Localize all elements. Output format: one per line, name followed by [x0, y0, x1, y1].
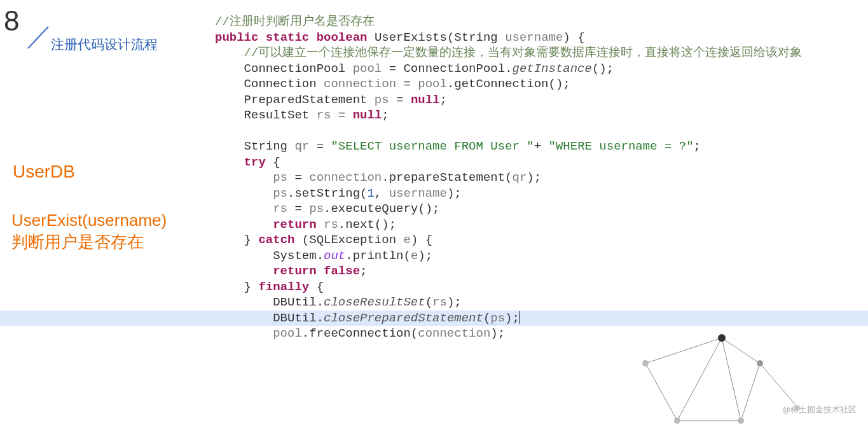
code-var: ps	[375, 93, 389, 107]
code-var: pool	[273, 326, 302, 340]
highlighted-line: DBUtil.closePreparedStatement(ps);	[0, 311, 868, 326]
code-text: .println(	[345, 249, 411, 263]
code-string: "SELECT username FROM User "	[331, 139, 534, 153]
code-text: (SQLException	[294, 233, 403, 247]
code-var: e	[411, 249, 418, 263]
code-text: =	[287, 202, 309, 216]
code-var: ps	[273, 186, 287, 200]
code-var: connection	[324, 77, 396, 91]
svg-point-12	[674, 417, 680, 424]
code-kw: try	[244, 155, 266, 169]
code-kw: public	[215, 31, 258, 45]
code-text: }	[244, 280, 259, 294]
code-text: .executeQuery();	[324, 202, 439, 216]
code-text: ;	[382, 108, 389, 122]
code-text: System.	[273, 249, 324, 263]
code-text: =	[396, 77, 418, 91]
code-text: (	[483, 311, 490, 325]
code-text: String	[244, 139, 295, 153]
code-var: rs	[324, 218, 338, 232]
code-text	[317, 218, 324, 232]
code-text: =	[287, 171, 309, 185]
text-cursor	[520, 311, 520, 324]
code-kw: static	[266, 31, 309, 45]
code-text: ;	[694, 139, 701, 153]
code-method: closePreparedStatement	[324, 311, 483, 325]
code-var: rs	[273, 202, 287, 216]
code-text: DBUtil.	[273, 311, 324, 325]
code-text: =	[389, 93, 411, 107]
code-text: ) {	[411, 233, 432, 247]
code-fn: UserExists	[375, 31, 447, 45]
code-text: );	[418, 249, 432, 263]
code-var: rs	[432, 295, 447, 309]
code-text: ;	[439, 93, 446, 107]
code-text: (String	[447, 31, 505, 45]
code-method: getInstance	[512, 62, 591, 76]
code-text: );	[505, 311, 520, 325]
code-text: .prepareStatement(	[382, 171, 512, 185]
code-var: ps	[309, 202, 324, 216]
code-text: = ConnectionPool.	[382, 62, 512, 76]
watermark: @稀土掘金技术社区	[782, 404, 857, 416]
code-text: {	[266, 155, 280, 169]
code-text: );	[490, 326, 505, 340]
code-text: DBUtil.	[273, 295, 324, 309]
code-text: (	[425, 295, 432, 309]
code-var: pool	[418, 77, 447, 91]
code-var: ps	[490, 311, 505, 325]
code-text: .freeConnection(	[302, 326, 418, 340]
code-text: =	[331, 108, 352, 122]
code-string: "WHERE username = ?"	[549, 139, 694, 153]
code-text: );	[447, 186, 462, 200]
label-userexist-line1: UserExist(username)	[11, 211, 167, 230]
code-text: .getConnection();	[447, 77, 570, 91]
label-userdb: UserDB	[13, 162, 75, 182]
code-text: .setString(	[287, 186, 367, 200]
code-text: Connection	[244, 77, 324, 91]
svg-line-0	[28, 27, 48, 48]
code-text: .next();	[338, 218, 396, 232]
svg-line-2	[645, 363, 677, 421]
code-var: qr	[294, 139, 309, 153]
code-text: {	[309, 280, 324, 294]
code-text: ,	[375, 186, 389, 200]
svg-line-5	[722, 338, 741, 421]
code-comment: //可以建立一个连接池保存一定数量的连接，当有对象需要数据库连接时，直接将这个连…	[244, 46, 803, 60]
title-slash-decor	[24, 24, 50, 50]
code-static: out	[324, 249, 345, 263]
code-var: rs	[317, 108, 331, 122]
slide-title: 注册代码设计流程	[51, 36, 158, 53]
code-var: connection	[418, 326, 490, 340]
svg-point-13	[738, 417, 744, 424]
code-var: qr	[513, 171, 527, 185]
code-text: ();	[592, 62, 614, 76]
code-text: ResultSet	[244, 108, 317, 122]
code-kw: null	[353, 108, 382, 122]
code-comment: //注册时判断用户名是否存在	[215, 15, 375, 29]
code-var: e	[403, 233, 410, 247]
code-kw: catch	[258, 233, 294, 247]
svg-line-7	[760, 363, 798, 408]
code-text: ) {	[563, 31, 584, 45]
code-kw: null	[411, 93, 440, 107]
code-text: );	[447, 295, 462, 309]
code-var: username	[505, 31, 563, 45]
code-var: connection	[309, 171, 382, 185]
code-kw: boolean	[317, 31, 368, 45]
svg-point-11	[757, 360, 763, 367]
svg-line-3	[722, 338, 760, 363]
svg-point-10	[718, 334, 726, 342]
label-userexist-line2: 判断用户是否存在	[11, 232, 144, 251]
svg-point-9	[642, 360, 649, 367]
code-var: ps	[273, 171, 287, 185]
code-num: 1	[367, 186, 374, 200]
code-block: //注册时判断用户名是否存在 public static boolean Use…	[215, 14, 868, 342]
code-text: );	[527, 171, 541, 185]
code-text: PreparedStatement	[244, 93, 375, 107]
code-method: closeResultSet	[324, 295, 425, 309]
code-text: =	[309, 139, 331, 153]
code-kw: return	[273, 218, 316, 232]
code-var: pool	[353, 62, 382, 76]
label-userexist: UserExist(username)判断用户是否存在	[11, 210, 167, 253]
